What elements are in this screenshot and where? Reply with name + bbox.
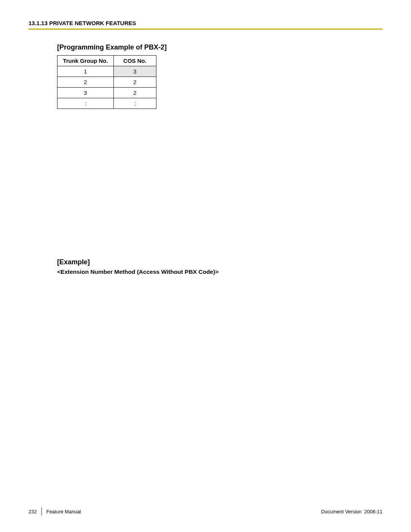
table-row: : :: [57, 98, 156, 109]
table-header-row: Trunk Group No. COS No.: [57, 56, 156, 66]
table-cell: :: [114, 98, 156, 109]
table-cell: :: [57, 98, 114, 109]
table-row: 1 3: [57, 66, 156, 77]
table-row: 2 2: [57, 77, 156, 88]
example-heading: [Example]: [57, 258, 382, 266]
footer-divider: [41, 508, 42, 515]
trunk-cos-table: Trunk Group No. COS No. 1 3 2 2 3 2: [57, 55, 156, 109]
table-cell: 2: [57, 77, 114, 88]
table-header-trunk: Trunk Group No.: [57, 56, 114, 66]
table-cell: 2: [114, 88, 156, 98]
table-cell: 3: [114, 66, 156, 77]
table-row: 3 2: [57, 88, 156, 98]
header-rule: [29, 29, 382, 30]
footer-manual-name: Feature Manual: [46, 509, 81, 514]
programming-example-heading: [Programming Example of PBX-2]: [57, 43, 382, 51]
table-cell: 3: [57, 88, 114, 98]
table-header-cos: COS No.: [114, 56, 156, 66]
section-header: 13.1.13 PRIVATE NETWORK FEATURES: [29, 20, 382, 26]
table-cell: 2: [114, 77, 156, 88]
table-cell: 1: [57, 66, 114, 77]
footer-doc-version-label: Document Version: [321, 509, 362, 514]
example-subtitle: <Extension Number Method (Access Without…: [57, 268, 382, 275]
page-footer: 232 Feature Manual Document Version 2008…: [29, 508, 382, 515]
footer-page-number: 232: [29, 509, 41, 514]
footer-doc-version-value-text: 2008-11: [364, 509, 382, 514]
